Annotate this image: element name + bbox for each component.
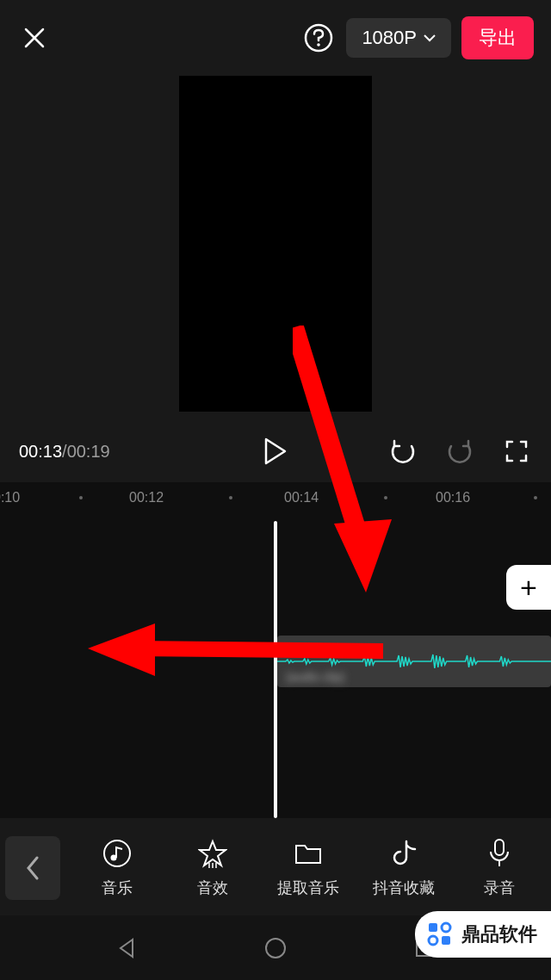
- total-time: 00:19: [67, 442, 110, 461]
- help-icon[interactable]: [301, 21, 336, 55]
- tool-extract-music[interactable]: 提取音乐: [262, 838, 354, 898]
- nav-home-icon[interactable]: [258, 931, 293, 965]
- resolution-selector[interactable]: 1080P: [346, 18, 451, 58]
- svg-point-1: [318, 43, 321, 47]
- bottom-toolbar: 音乐 音效 提取音乐 抖音收藏 录音: [0, 821, 551, 915]
- export-label: 导出: [479, 27, 517, 48]
- tool-record[interactable]: 录音: [454, 838, 546, 898]
- tool-label: 抖音收藏: [373, 878, 435, 898]
- svg-point-5: [266, 939, 285, 958]
- tick-label: 00:16: [436, 490, 470, 506]
- video-preview[interactable]: [0, 76, 551, 420]
- undo-button[interactable]: [387, 436, 418, 467]
- svg-point-8: [442, 923, 450, 932]
- watermark-text: 鼎品软件: [461, 921, 537, 947]
- douyin-icon: [388, 838, 419, 869]
- svg-rect-10: [442, 936, 450, 945]
- watermark-logo-icon: [425, 920, 455, 949]
- add-clip-button[interactable]: +: [506, 565, 551, 610]
- playhead[interactable]: [274, 521, 277, 818]
- tool-label: 音效: [197, 878, 228, 898]
- tool-label: 提取音乐: [277, 878, 339, 898]
- timeline[interactable]: 0:10 00:12 00:14 00:16 + (audio clip): [0, 482, 551, 818]
- plus-icon: +: [520, 571, 537, 605]
- tool-sound-effect[interactable]: 音效: [166, 838, 258, 898]
- video-frame: [179, 76, 372, 412]
- watermark-badge: 鼎品软件: [415, 911, 551, 958]
- svg-rect-7: [429, 923, 437, 932]
- close-button[interactable]: [17, 21, 52, 55]
- waveform-icon: [277, 651, 551, 672]
- music-icon: [102, 838, 133, 869]
- svg-rect-4: [495, 840, 504, 855]
- nav-back-icon[interactable]: [109, 931, 144, 965]
- tool-label: 录音: [484, 878, 515, 898]
- tick-label: 00:12: [129, 490, 164, 506]
- redo-button: [444, 436, 475, 467]
- tick-dot: [79, 496, 83, 499]
- tool-douyin-favorites[interactable]: 抖音收藏: [358, 838, 450, 898]
- mic-icon: [484, 838, 515, 869]
- play-button[interactable]: [258, 434, 293, 468]
- tick-dot: [229, 496, 232, 499]
- track-label: (audio clip): [286, 670, 344, 684]
- current-time: 00:13: [19, 442, 62, 461]
- timeline-ruler: 0:10 00:12 00:14 00:16: [0, 482, 551, 513]
- tool-music[interactable]: 音乐: [71, 838, 163, 898]
- svg-point-9: [429, 936, 437, 945]
- export-button[interactable]: 导出: [461, 16, 534, 59]
- fullscreen-button[interactable]: [501, 436, 532, 467]
- tick-dot: [384, 496, 387, 499]
- folder-icon: [293, 838, 324, 869]
- timecode: 00:13/00:19: [19, 442, 110, 462]
- tick-dot: [534, 496, 537, 499]
- tick-label: 00:14: [284, 490, 319, 506]
- tool-label: 音乐: [102, 878, 133, 898]
- chevron-down-icon: [424, 34, 436, 42]
- resolution-label: 1080P: [362, 27, 417, 49]
- back-button[interactable]: [5, 836, 60, 900]
- star-icon: [197, 838, 228, 869]
- tick-label: 0:10: [0, 490, 20, 506]
